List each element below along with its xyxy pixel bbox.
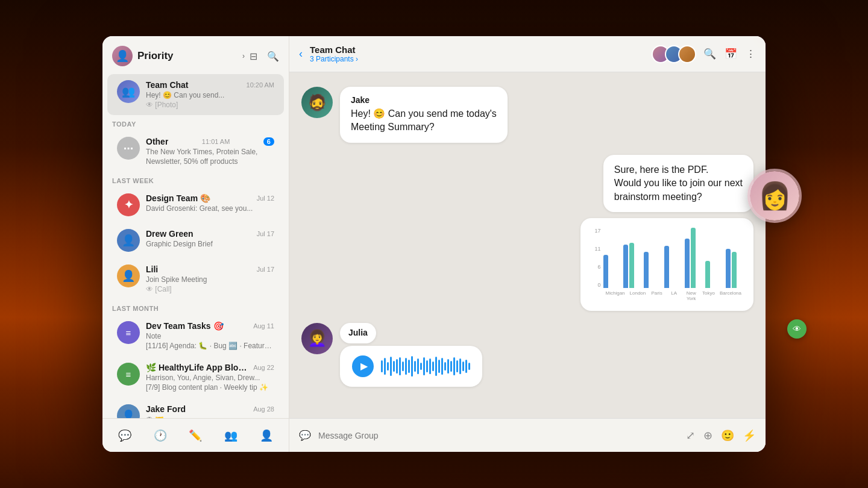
bar-london-blue — [623, 245, 628, 288]
play-button[interactable]: ▶ — [352, 355, 374, 377]
jake-face: 🧔 — [301, 87, 333, 118]
nav-chat-icon[interactable]: 💬 — [114, 425, 136, 446]
conv-info-healthylife: 🌿 HealthyLife App Blog 🌿 Aug 22 Harrison… — [146, 363, 274, 392]
sidebar-header: 👤 Priority › ⊟ 🔍 — [102, 36, 289, 74]
back-button[interactable]: ‹ — [299, 48, 303, 60]
x-label-tokyo: Tokyo — [702, 290, 715, 301]
bar-michigan-blue — [603, 255, 608, 288]
conv-item-drew-green[interactable]: 👤 Drew Green Jul 17 Graphic Design Brief — [107, 223, 284, 258]
chart-wrap: 17 11 6 0 — [590, 228, 744, 301]
y-label-0: 0 — [590, 282, 601, 288]
bar-london — [623, 243, 639, 288]
emoji-icon[interactable]: 🙂 — [721, 429, 734, 442]
x-label-london: London — [630, 290, 646, 301]
wave-26 — [456, 360, 458, 372]
section-last-month: LAST MONTH — [102, 300, 289, 314]
nav-profile-icon[interactable]: 👤 — [256, 425, 277, 446]
conv-preview2-other: Newsletter, 50% off products — [146, 157, 274, 166]
sidebar-bottom-nav: 💬 🕐 ✏️ 👥 👤 — [102, 418, 289, 452]
conv-preview2-team-chat: 👁 [Photo] — [146, 101, 274, 109]
x-labels: Michigan London Paris LA New York Tokyo … — [603, 290, 744, 301]
bars-area — [601, 228, 744, 288]
x-label-michigan: Michigan — [606, 290, 625, 301]
more-icon[interactable]: ⋮ — [746, 48, 756, 60]
header-avatars[interactable] — [652, 45, 696, 63]
conv-info-lili: Lili Jul 17 Join Spike Meeting 👁 [Call] — [146, 264, 274, 293]
bar-paris — [644, 252, 659, 288]
bar-la — [664, 246, 680, 288]
chat-title: Team Chat — [310, 45, 644, 55]
user-avatar[interactable]: 👤 — [112, 46, 133, 66]
conv-item-team-chat[interactable]: 👥 Team Chat 10:20 AM Hey! 😊 Can you send… — [107, 74, 284, 115]
nav-contacts-icon[interactable]: 👥 — [220, 425, 242, 446]
reply-text-bubble: Sure, here is the PDF.Would you like to … — [603, 155, 753, 212]
search-icon[interactable]: 🔍 — [267, 51, 279, 62]
y-label-6: 6 — [590, 264, 601, 270]
wave-14 — [420, 363, 422, 370]
wave-17 — [429, 358, 431, 374]
bar-newyork — [685, 228, 700, 288]
julia-avatar: 👩‍🦱 — [301, 323, 333, 354]
conv-badge-other: 6 — [263, 137, 274, 146]
wave-22 — [444, 362, 446, 371]
conv-preview-dev-team: Note — [146, 332, 274, 340]
conv-preview2-lili: 👁 [Call] — [146, 285, 274, 293]
nav-compose-icon[interactable]: ✏️ — [184, 425, 206, 446]
wave-15 — [423, 357, 425, 375]
jake-avatar: 🧔 — [301, 87, 333, 118]
calendar-icon[interactable]: 📅 — [725, 48, 737, 60]
header-right-icons: 🔍 📅 ⋮ — [703, 48, 756, 60]
conv-time-team-chat: 10:20 AM — [247, 81, 274, 89]
chat-subtitle[interactable]: 3 Participants › — [310, 55, 644, 63]
conv-name-lili: Lili — [146, 264, 158, 274]
message-input[interactable] — [318, 431, 679, 440]
bar-tokyo-teal — [705, 261, 710, 288]
wave-18 — [432, 361, 434, 371]
wave-24 — [450, 361, 452, 372]
bar-la-blue — [664, 246, 669, 288]
conv-info-dev-team: Dev Team Tasks 🎯 Aug 11 Note [11/16] Age… — [146, 321, 274, 350]
chat-area: ‹ Team Chat 3 Participants › 🔍 📅 ⋮ — [289, 36, 766, 452]
conv-name-team-chat: Team Chat — [146, 80, 189, 90]
conv-item-jake-ford[interactable]: 👤 Jake Ford Aug 28 👁 🤝 — [107, 398, 284, 418]
conv-item-dev-team[interactable]: ≡ Dev Team Tasks 🎯 Aug 11 Note [11/16] A… — [107, 315, 284, 356]
y-axis: 17 11 6 0 — [590, 228, 601, 288]
conv-preview2-dev-team: [11/16] Agenda: 🐛 · Bug 🔤 · Feature ⚙️ — [146, 342, 274, 350]
add-icon[interactable]: ⊕ — [703, 429, 712, 442]
bar-barcelona — [726, 249, 741, 288]
wave-12 — [414, 361, 416, 372]
wave-3 — [387, 362, 389, 371]
message-group-jake: 🧔 Jake Hey! 😊 Can you send me today'sMee… — [301, 87, 753, 143]
conv-avatar-drew-green: 👤 — [117, 229, 140, 252]
y-label-17: 17 — [590, 228, 601, 234]
wave-6 — [396, 359, 398, 374]
play-icon: ▶ — [360, 360, 368, 372]
conv-item-design-team[interactable]: ✦ Design Team 🎨 Jul 12 David Grosenki: G… — [107, 187, 284, 222]
expand-icon[interactable]: ⤢ — [686, 429, 695, 442]
chat-input-bar: 💬 ⤢ ⊕ 🙂 ⚡ — [289, 418, 766, 452]
wave-5 — [393, 361, 395, 372]
conv-avatar-team-chat: 👥 — [117, 80, 140, 103]
bar-tokyo — [705, 261, 721, 288]
bar-paris-blue — [644, 252, 649, 288]
lightning-icon[interactable]: ⚡ — [743, 429, 756, 442]
conv-item-lili[interactable]: 👤 Lili Jul 17 Join Spike Meeting 👁 [Call… — [107, 258, 284, 299]
x-label-la: LA — [668, 290, 681, 301]
wave-19 — [435, 357, 437, 376]
nav-recent-icon[interactable]: 🕐 — [149, 425, 171, 446]
green-dot-indicator[interactable]: 👁 — [787, 319, 807, 339]
conv-name-jake-ford: Jake Ford — [146, 404, 186, 414]
julia-bubble-wrap: Julia ▶ — [340, 323, 482, 387]
search-chat-icon[interactable]: 🔍 — [703, 48, 716, 60]
x-label-newyork: New York — [685, 290, 697, 301]
wave-27 — [459, 358, 461, 374]
conv-item-healthylife[interactable]: ≡ 🌿 HealthyLife App Blog 🌿 Aug 22 Harris… — [107, 357, 284, 398]
jake-sender: Jake — [351, 95, 497, 105]
conv-item-other[interactable]: ··· Other 11:01 AM 6 The New York Times,… — [107, 131, 284, 172]
wave-21 — [441, 358, 443, 375]
wave-13 — [417, 358, 419, 374]
filter-icon[interactable]: ⊟ — [250, 51, 257, 62]
conv-name-other: Other — [146, 137, 168, 146]
input-icons: ⤢ ⊕ 🙂 ⚡ — [686, 429, 756, 442]
conv-preview-lili: Join Spike Meeting — [146, 275, 274, 284]
